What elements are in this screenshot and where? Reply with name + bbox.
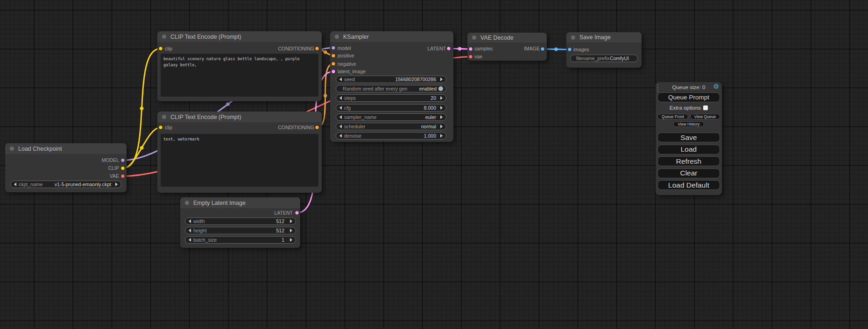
output-label-image: IMAGE: [524, 46, 540, 51]
filename-prefix-widget[interactable]: filename_prefix ComfyUI: [570, 55, 638, 62]
graph-canvas[interactable]: { "colors": { "model": "#b39ddb", "clip"…: [0, 0, 868, 329]
toggle-dot-icon[interactable]: [438, 86, 443, 91]
widget-arrow-right-icon[interactable]: [440, 96, 443, 100]
extra-options-checkbox[interactable]: [703, 105, 708, 110]
link-middot: [324, 94, 327, 98]
node-status-dot-icon: [162, 35, 166, 39]
queue-size-label: Queue size: 0: [656, 84, 722, 90]
node-title-bar[interactable]: Save Image: [566, 32, 642, 42]
node-title-text: KSampler: [343, 34, 369, 40]
input-label-vae: vae: [474, 54, 482, 59]
node-empty-latent-image[interactable]: Empty Latent Image LATENT width 512 heig…: [180, 197, 300, 248]
node-title-bar[interactable]: VAE Decode: [467, 33, 547, 42]
link-clip-negative: [123, 127, 161, 168]
ckpt-name-widget[interactable]: ckpt_name v1-5-pruned-emaonly.ckpt: [10, 181, 121, 188]
prompt-textarea[interactable]: text, watermark: [161, 134, 318, 187]
widget-arrow-right-icon[interactable]: [440, 77, 443, 81]
random-seed-toggle[interactable]: Random seed after every gen enabled: [336, 85, 446, 92]
widget-arrow-right-icon[interactable]: [290, 219, 292, 223]
node-title-text: Empty Latent Image: [193, 200, 246, 206]
input-label-positive: positive: [338, 53, 354, 58]
batch-size-widget[interactable]: batch_size 1: [185, 236, 296, 244]
node-status-dot-icon: [10, 147, 14, 151]
widget-arrow-left-icon[interactable]: [339, 134, 342, 138]
denoise-widget[interactable]: denoise 1.000: [336, 132, 446, 140]
node-title-text: Load Checkpoint: [18, 146, 62, 152]
node-clip-text-encode-positive[interactable]: CLIP Text Encode (Prompt) clip CONDITION…: [157, 31, 322, 101]
load-button[interactable]: Load: [657, 145, 720, 154]
width-widget[interactable]: width 512: [185, 217, 296, 225]
widget-arrow-left-icon[interactable]: [339, 115, 342, 119]
view-queue-button[interactable]: View Queue: [690, 114, 720, 119]
widget-value: 1.000: [424, 133, 440, 139]
height-widget[interactable]: height 512: [185, 227, 296, 234]
settings-gear-icon[interactable]: ⚙: [713, 83, 719, 90]
widget-label: Random seed after every gen: [336, 86, 407, 91]
widget-arrow-right-icon[interactable]: [290, 238, 292, 242]
widget-label: filename_prefix: [571, 56, 609, 61]
link-middot: [458, 47, 462, 51]
widget-arrow-left-icon[interactable]: [339, 125, 342, 128]
widget-arrow-right-icon[interactable]: [440, 115, 443, 119]
prompt-textarea[interactable]: beautiful scenery nature glass bottle la…: [161, 54, 318, 97]
input-label-model: model: [338, 45, 351, 51]
link-middot: [140, 107, 144, 111]
widget-label: cfg: [344, 105, 351, 111]
steps-widget[interactable]: steps 20: [336, 94, 446, 102]
sampler-name-widget[interactable]: sampler_name euler: [336, 113, 446, 121]
view-history-button[interactable]: View History: [673, 121, 704, 127]
node-load-checkpoint[interactable]: Load Checkpoint MODEL CLIP VAE ckpt_name…: [5, 143, 127, 192]
node-status-dot-icon: [185, 201, 189, 205]
node-vae-decode[interactable]: VAE Decode samples vae IMAGE: [467, 33, 547, 61]
widget-value: 20: [430, 95, 440, 101]
refresh-button[interactable]: Refresh: [657, 156, 720, 166]
node-clip-text-encode-negative[interactable]: CLIP Text Encode (Prompt) clip CONDITION…: [157, 112, 322, 193]
empty-latent-widgets: width 512 height 512 batch_size 1: [185, 217, 296, 245]
widget-arrow-right-icon[interactable]: [440, 125, 443, 128]
widget-arrow-right-icon[interactable]: [440, 134, 443, 138]
node-status-dot-icon: [571, 35, 575, 40]
link-middot: [554, 48, 558, 51]
node-save-image[interactable]: Save Image images filename_prefix ComfyU…: [566, 32, 642, 68]
queue-front-button[interactable]: Queue Front: [657, 114, 688, 119]
widget-value: 156680208700286: [395, 77, 440, 82]
node-title-bar[interactable]: CLIP Text Encode (Prompt): [157, 31, 322, 42]
widget-value: ComfyUI: [610, 56, 637, 61]
save-button[interactable]: Save: [657, 133, 720, 142]
node-ksampler[interactable]: KSampler model positive negative latent_…: [330, 31, 453, 142]
widget-arrow-left-icon[interactable]: [189, 229, 191, 232]
widget-arrow-right-icon[interactable]: [440, 106, 443, 110]
seed-widget[interactable]: seed 156680208700286: [336, 76, 446, 83]
input-label-samples: samples: [474, 46, 493, 51]
widget-arrow-left-icon[interactable]: [339, 106, 342, 110]
queue-prompt-button[interactable]: Queue Prompt: [657, 92, 720, 102]
widget-label: steps: [344, 95, 356, 101]
node-title-text: VAE Decode: [480, 35, 514, 41]
node-title-bar[interactable]: CLIP Text Encode (Prompt): [157, 112, 322, 122]
node-title-bar[interactable]: Load Checkpoint: [5, 143, 127, 154]
widget-arrow-right-icon[interactable]: [290, 229, 292, 232]
load-default-button[interactable]: Load Default: [657, 180, 720, 190]
node-title-bar[interactable]: KSampler: [330, 31, 453, 42]
widget-arrow-left-icon[interactable]: [189, 238, 191, 242]
clear-button[interactable]: Clear: [657, 168, 720, 178]
cfg-widget[interactable]: cfg 8.000: [336, 104, 446, 112]
widget-arrow-left-icon[interactable]: [14, 182, 16, 186]
link-middot: [226, 102, 230, 106]
widget-arrow-left-icon[interactable]: [339, 77, 342, 81]
input-label-clip: clip: [165, 125, 172, 130]
widget-arrow-left-icon[interactable]: [189, 219, 191, 223]
widget-label: ckpt_name: [19, 182, 42, 187]
output-label-conditioning: CONDITIONING: [278, 46, 314, 51]
node-status-dot-icon: [472, 35, 476, 40]
ksampler-widgets: seed 156680208700286 Random seed after e…: [336, 76, 446, 141]
node-title-bar[interactable]: Empty Latent Image: [180, 197, 300, 208]
output-label-vae: VAE: [110, 173, 119, 179]
node-status-dot-icon: [335, 35, 339, 39]
widget-label: denoise: [344, 133, 361, 139]
scheduler-widget[interactable]: scheduler normal: [336, 123, 446, 130]
widget-arrow-right-icon[interactable]: [115, 182, 118, 186]
node-title-text: Save Image: [579, 34, 611, 41]
widget-label: height: [193, 228, 207, 233]
widget-arrow-left-icon[interactable]: [339, 96, 342, 100]
